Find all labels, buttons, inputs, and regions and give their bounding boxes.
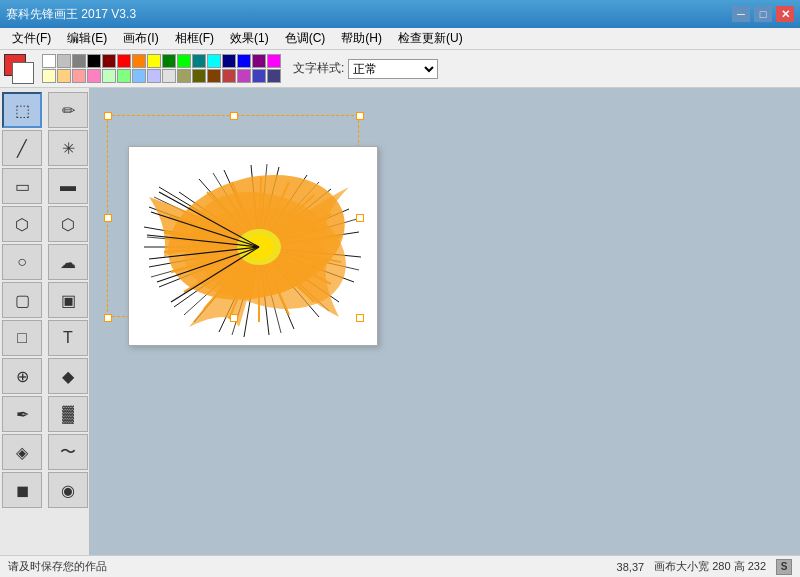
menubar: 文件(F)编辑(E)画布(I)相框(F)效果(1)色调(C)帮助(H)检查更新(… xyxy=(0,28,800,50)
status-right: 38,37 画布大小宽 280 高 232 S xyxy=(617,559,792,575)
color-swatch[interactable] xyxy=(117,54,131,68)
dropper-tool[interactable]: ◆ xyxy=(48,358,88,394)
color-swatch[interactable] xyxy=(267,54,281,68)
color-swatch[interactable] xyxy=(117,69,131,83)
menu-item[interactable]: 检查更新(U) xyxy=(390,28,471,49)
color-swatch[interactable] xyxy=(252,69,266,83)
color-swatch[interactable] xyxy=(87,54,101,68)
color-swatch[interactable] xyxy=(102,54,116,68)
color-swatch[interactable] xyxy=(252,54,266,68)
color-swatch[interactable] xyxy=(207,54,221,68)
menu-item[interactable]: 画布(I) xyxy=(115,28,166,49)
minimize-button[interactable]: ─ xyxy=(732,6,750,22)
handle-br[interactable] xyxy=(356,314,364,322)
text-style-select[interactable]: 正常 粗体 斜体 粗斜体 xyxy=(348,59,438,79)
color-swatch[interactable] xyxy=(177,54,191,68)
color-swatch[interactable] xyxy=(87,69,101,83)
color-swatch[interactable] xyxy=(72,54,86,68)
close-button[interactable]: ✕ xyxy=(776,6,794,22)
drawing-canvas[interactable] xyxy=(128,146,378,346)
color-swatch[interactable] xyxy=(102,69,116,83)
fill-rect-tool[interactable]: ▬ xyxy=(48,168,88,204)
main-layout: ⬚✏╱✳▭▬⬡⬡○☁▢▣□T⊕◆✒▓◈〜◼◉ xyxy=(0,88,800,555)
fill-hex-tool[interactable]: ⬡ xyxy=(48,206,88,242)
fill-tool[interactable]: ◼ xyxy=(2,472,42,508)
titlebar: 赛科先锋画王 2017 V3.3 ─ □ ✕ xyxy=(0,0,800,28)
handle-tm[interactable] xyxy=(230,112,238,120)
status-left: 请及时保存您的作品 xyxy=(8,559,107,574)
toolbox: ⬚✏╱✳▭▬⬡⬡○☁▢▣□T⊕◆✒▓◈〜◼◉ xyxy=(0,88,90,555)
eraser-tool[interactable]: ▓ xyxy=(48,396,88,432)
rect-tool[interactable]: ▭ xyxy=(2,168,42,204)
color-swatch[interactable] xyxy=(72,69,86,83)
app-title: 赛科先锋画王 2017 V3.3 xyxy=(6,6,136,23)
menu-item[interactable]: 文件(F) xyxy=(4,28,59,49)
star-tool[interactable]: ✳ xyxy=(48,130,88,166)
color-row xyxy=(42,54,281,68)
s-button[interactable]: S xyxy=(776,559,792,575)
color-palette xyxy=(42,54,281,83)
canvas-size-display: 画布大小宽 280 高 232 xyxy=(654,559,766,574)
color-swatch[interactable] xyxy=(57,54,71,68)
color-swatch[interactable] xyxy=(222,69,236,83)
round-rect-tool[interactable]: ▢ xyxy=(2,282,42,318)
fill-round-rect-tool[interactable]: ▣ xyxy=(48,282,88,318)
color-swatch[interactable] xyxy=(207,69,221,83)
color-swatch[interactable] xyxy=(222,54,236,68)
color-row xyxy=(42,69,281,83)
color-swatch[interactable] xyxy=(57,69,71,83)
color-swatch[interactable] xyxy=(162,69,176,83)
color-swatch[interactable] xyxy=(237,69,251,83)
handle-bm[interactable] xyxy=(230,314,238,322)
handle-mr[interactable] xyxy=(356,214,364,222)
ellipse-tool[interactable]: ○ xyxy=(2,244,42,280)
maximize-button[interactable]: □ xyxy=(754,6,772,22)
menu-item[interactable]: 相框(F) xyxy=(167,28,222,49)
color-swatch[interactable] xyxy=(177,69,191,83)
bucket-tool[interactable]: ◉ xyxy=(48,472,88,508)
text-style-label: 文字样式: xyxy=(293,60,344,77)
color-active-section xyxy=(4,54,34,84)
background-color[interactable] xyxy=(12,62,34,84)
toolbar: 文字样式: 正常 粗体 斜体 粗斜体 xyxy=(0,50,800,88)
coords-display: 38,37 xyxy=(617,561,645,573)
color-swatch[interactable] xyxy=(192,69,206,83)
canvas-area[interactable] xyxy=(90,88,800,555)
handle-tl[interactable] xyxy=(104,112,112,120)
cloud-tool[interactable]: ☁ xyxy=(48,244,88,280)
color-swatch[interactable] xyxy=(147,69,161,83)
select-tool[interactable]: ⬚ xyxy=(2,92,42,128)
handle-tr[interactable] xyxy=(356,112,364,120)
color-swatch[interactable] xyxy=(192,54,206,68)
color-swatch[interactable] xyxy=(42,54,56,68)
handle-ml[interactable] xyxy=(104,214,112,222)
menu-item[interactable]: 效果(1) xyxy=(222,28,277,49)
menu-item[interactable]: 色调(C) xyxy=(277,28,334,49)
statusbar: 请及时保存您的作品 38,37 画布大小宽 280 高 232 S xyxy=(0,555,800,577)
text-tool[interactable]: T xyxy=(48,320,88,356)
text-style-section: 文字样式: 正常 粗体 斜体 粗斜体 xyxy=(293,59,438,79)
text-bg-tool[interactable]: □ xyxy=(2,320,42,356)
handle-bl[interactable] xyxy=(104,314,112,322)
color-swatch[interactable] xyxy=(42,69,56,83)
line-tool[interactable]: ╱ xyxy=(2,130,42,166)
menu-item[interactable]: 编辑(E) xyxy=(59,28,115,49)
shape2-tool[interactable]: ◈ xyxy=(2,434,42,470)
color-swatch[interactable] xyxy=(147,54,161,68)
window-controls: ─ □ ✕ xyxy=(732,6,794,22)
menu-item[interactable]: 帮助(H) xyxy=(333,28,390,49)
curve-tool[interactable]: 〜 xyxy=(48,434,88,470)
color-swatch[interactable] xyxy=(237,54,251,68)
stamp-tool[interactable]: ⊕ xyxy=(2,358,42,394)
color-swatch[interactable] xyxy=(162,54,176,68)
color-swatch[interactable] xyxy=(267,69,281,83)
color-swatch[interactable] xyxy=(132,54,146,68)
color-swatch[interactable] xyxy=(132,69,146,83)
hex-tool[interactable]: ⬡ xyxy=(2,206,42,242)
marker-tool[interactable]: ✒ xyxy=(2,396,42,432)
pencil-tool[interactable]: ✏ xyxy=(48,92,88,128)
art-svg xyxy=(129,147,379,347)
